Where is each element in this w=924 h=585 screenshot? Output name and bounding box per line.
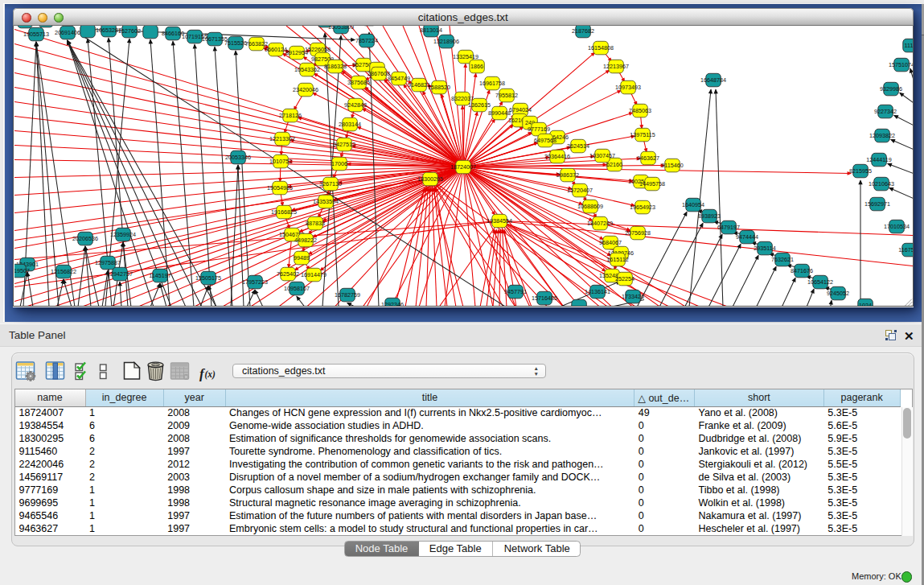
- svg-text:23420046: 23420046: [293, 86, 318, 93]
- svg-text:12975887: 12975887: [95, 259, 121, 266]
- svg-text:1024: 1024: [859, 302, 872, 307]
- svg-text:18724007: 18724007: [450, 163, 476, 171]
- svg-text:13218906: 13218906: [433, 38, 459, 45]
- svg-text:3919507: 3919507: [14, 267, 30, 274]
- svg-text:2803144: 2803144: [339, 121, 361, 128]
- svg-text:3624514: 3624514: [567, 142, 589, 150]
- svg-text:14495758: 14495758: [639, 180, 665, 187]
- svg-text:62160: 62160: [606, 161, 622, 168]
- svg-text:15716485: 15716485: [532, 295, 557, 302]
- svg-text:7857224: 7857224: [355, 37, 378, 44]
- svg-text:9146821: 9146821: [408, 81, 430, 89]
- svg-text:1527602: 1527602: [118, 27, 141, 35]
- svg-text:1866: 1866: [470, 63, 483, 70]
- svg-text:20053346: 20053346: [225, 154, 251, 161]
- svg-text:15692971: 15692971: [864, 200, 890, 208]
- svg-text:10958167: 10958167: [284, 285, 310, 292]
- svg-text:1117: 1117: [904, 42, 913, 49]
- svg-text:20756928: 20756928: [625, 229, 651, 237]
- svg-text:2867608: 2867608: [368, 70, 390, 77]
- svg-text:2187682: 2187682: [572, 27, 594, 35]
- svg-text:9660124: 9660124: [265, 46, 287, 53]
- svg-text:4498222: 4498222: [294, 237, 317, 244]
- svg-text:8186328: 8186328: [324, 63, 347, 70]
- svg-text:9115460: 9115460: [661, 162, 683, 169]
- svg-text:19384554: 19384554: [487, 217, 512, 225]
- svg-text:10210643: 10210643: [869, 180, 894, 187]
- svg-text:8466160: 8466160: [162, 30, 184, 37]
- svg-text:12156822: 12156822: [51, 268, 76, 275]
- svg-text:19654923: 19654923: [630, 204, 655, 211]
- svg-text:17006: 17006: [331, 160, 347, 167]
- svg-text:10973493: 10973493: [615, 84, 641, 91]
- svg-text:16648784: 16648784: [700, 76, 726, 84]
- svg-text:17010534: 17010534: [884, 223, 910, 230]
- svg-text:9463627: 9463627: [637, 154, 659, 162]
- svg-text:1588520: 1588520: [428, 84, 450, 91]
- svg-text:19055713: 19055713: [23, 31, 49, 38]
- svg-text:7632621: 7632621: [771, 256, 794, 263]
- svg-text:7515526: 7515526: [224, 39, 247, 47]
- svg-text:9474444: 9474444: [736, 233, 758, 241]
- svg-text:14136141: 14136141: [585, 288, 610, 295]
- svg-text:1010752: 1010752: [269, 158, 292, 165]
- svg-text:6794024: 6794024: [509, 106, 532, 113]
- svg-text:15720407: 15720407: [567, 187, 593, 194]
- svg-text:252254: 252254: [615, 275, 634, 282]
- svg-text:2718126: 2718126: [279, 112, 302, 119]
- svg-text:13325419: 13325419: [453, 53, 478, 60]
- svg-text:12942757: 12942757: [107, 270, 133, 278]
- svg-text:17957223: 17957223: [242, 278, 268, 286]
- svg-text:12359924: 12359924: [110, 231, 136, 238]
- svg-text:9329986: 9329986: [880, 85, 902, 93]
- svg-text:20206536: 20206536: [72, 235, 98, 242]
- svg-text:8471676: 8471676: [791, 267, 813, 274]
- svg-text:10688609: 10688609: [577, 203, 603, 210]
- svg-text:6497568: 6497568: [534, 137, 556, 144]
- svg-text:1292346: 1292346: [381, 301, 404, 307]
- svg-text:18300295: 18300295: [417, 175, 443, 183]
- svg-text:8813014: 8813014: [420, 27, 442, 34]
- svg-text:10307457: 10307457: [589, 152, 615, 159]
- svg-text:9245052: 9245052: [827, 290, 849, 297]
- svg-text:18407249: 18407249: [587, 220, 613, 227]
- svg-text:1362615: 1362615: [468, 101, 491, 109]
- svg-text:9242848: 9242848: [344, 101, 367, 109]
- svg-text:16961758: 16961758: [479, 80, 505, 87]
- svg-text:1733426: 1733426: [622, 293, 644, 300]
- svg-text:19054985: 19054985: [267, 184, 293, 192]
- svg-text:16782759: 16782759: [335, 291, 360, 299]
- svg-text:9457791: 9457791: [504, 288, 527, 295]
- svg-text:9227342: 9227342: [874, 108, 897, 115]
- svg-text:12093822: 12093822: [869, 132, 895, 139]
- svg-text:16914479: 16914479: [301, 271, 326, 278]
- svg-text:19166825: 19166825: [271, 208, 297, 216]
- svg-text:13975115: 13975115: [630, 131, 655, 138]
- svg-text:12444119: 12444119: [866, 156, 891, 163]
- svg-text:20364416: 20364416: [544, 153, 570, 160]
- svg-text:9427512: 9427512: [333, 141, 355, 148]
- svg-text:16053809: 16053809: [328, 26, 354, 31]
- svg-text:20691406: 20691406: [55, 29, 80, 36]
- svg-text:1615112: 1615112: [606, 256, 628, 263]
- svg-text:3875685: 3875685: [347, 79, 370, 86]
- svg-text:1640954: 1640954: [682, 201, 704, 208]
- svg-text:15226058: 15226058: [305, 46, 331, 53]
- svg-text:1167534: 1167534: [898, 246, 913, 253]
- svg-text:12213967: 12213967: [603, 63, 629, 70]
- svg-text:8990448: 8990448: [488, 109, 511, 117]
- svg-text:14353594: 14353594: [313, 198, 339, 205]
- svg-text:2986372: 2986372: [556, 171, 579, 179]
- svg-text:9684067: 9684067: [599, 239, 622, 246]
- svg-text:99489: 99489: [294, 254, 310, 262]
- svg-text:16154808: 16154808: [588, 44, 614, 51]
- svg-text:9777169: 9777169: [528, 126, 550, 133]
- svg-text:8454749: 8454749: [388, 75, 410, 82]
- svg-text:(x): (x): [205, 369, 216, 380]
- svg-text:7625402: 7625402: [277, 270, 299, 278]
- svg-text:3267130: 3267130: [319, 180, 342, 187]
- svg-text:10543362: 10543362: [294, 66, 320, 73]
- svg-text:2935114: 2935114: [754, 245, 775, 252]
- svg-text:8938923: 8938923: [698, 212, 721, 220]
- svg-text:8215955: 8215955: [849, 167, 872, 175]
